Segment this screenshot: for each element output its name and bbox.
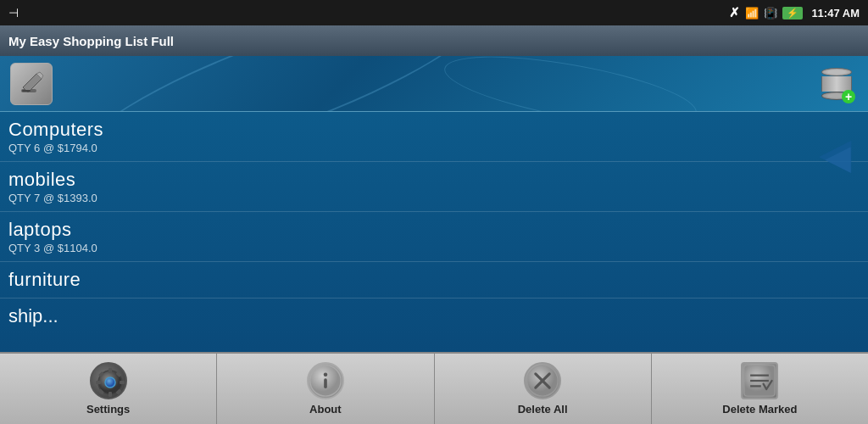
signal-icon: 📳	[764, 7, 777, 20]
delete-marked-icon	[741, 362, 778, 399]
settings-label: Settings	[86, 403, 130, 416]
status-bar: ⊣ ✗ 📶 📳 ⚡ 11:47 AM	[0, 0, 868, 25]
settings-button[interactable]: Settings	[0, 354, 217, 424]
title-bar: My Easy Shopping List Full	[0, 25, 868, 56]
item-name: laptops	[8, 219, 860, 241]
item-detail: QTY 7 @ $1393.0	[8, 192, 860, 204]
header-banner: +	[0, 56, 868, 112]
delete-all-label: Delete All	[518, 403, 568, 416]
svg-rect-7	[108, 392, 112, 397]
usb-icon: ⊣	[8, 6, 19, 20]
svg-rect-8	[96, 381, 101, 384]
bottom-toolbar: Settings About	[0, 352, 868, 424]
decorative-arrow: ◀	[819, 129, 851, 178]
status-left-icons: ⊣	[8, 6, 19, 20]
item-name: Computers	[8, 119, 860, 141]
list-item[interactable]: furniture	[0, 262, 868, 298]
item-name: mobiles	[8, 169, 860, 191]
svg-rect-16	[324, 378, 327, 388]
svg-rect-9	[120, 381, 125, 384]
about-button[interactable]: About	[217, 354, 434, 424]
add-plus-icon: +	[842, 90, 855, 103]
item-name: furniture	[8, 269, 860, 291]
svg-point-15	[324, 372, 328, 377]
delete-marked-label: Delete Marked	[722, 403, 797, 416]
svg-rect-3	[22, 90, 31, 92]
delete-all-button[interactable]: Delete All	[435, 354, 652, 424]
delete-all-icon	[524, 362, 561, 399]
add-db-icon[interactable]: +	[815, 63, 858, 105]
about-icon	[307, 362, 344, 399]
svg-point-5	[105, 377, 115, 388]
list-item[interactable]: laptops QTY 3 @ $1104.0	[0, 212, 868, 262]
delete-marked-button[interactable]: Delete Marked	[652, 354, 868, 424]
battery-icon: ⚡	[782, 7, 803, 20]
bluetooth-icon: ✗	[729, 5, 740, 20]
list-item[interactable]: mobiles QTY 7 @ $1393.0	[0, 162, 868, 212]
item-detail: QTY 3 @ $1104.0	[8, 242, 860, 254]
edit-icon[interactable]	[10, 63, 53, 105]
status-right-icons: ✗ 📶 📳 ⚡ 11:47 AM	[729, 5, 860, 20]
list-item[interactable]: Computers QTY 6 @ $1794.0	[0, 112, 868, 162]
clock: 11:47 AM	[811, 7, 860, 20]
main-content: ◀ Computers QTY 6 @ $1794.0 mobiles QTY …	[0, 112, 868, 352]
item-list: Computers QTY 6 @ $1794.0 mobiles QTY 7 …	[0, 112, 868, 327]
settings-icon	[90, 362, 127, 399]
app-title: My Easy Shopping List Full	[8, 34, 174, 48]
about-label: About	[309, 403, 342, 416]
svg-rect-6	[108, 368, 112, 373]
partial-item: ship...	[0, 298, 868, 327]
item-detail: QTY 6 @ $1794.0	[8, 142, 860, 154]
wifi-icon: 📶	[745, 7, 759, 20]
